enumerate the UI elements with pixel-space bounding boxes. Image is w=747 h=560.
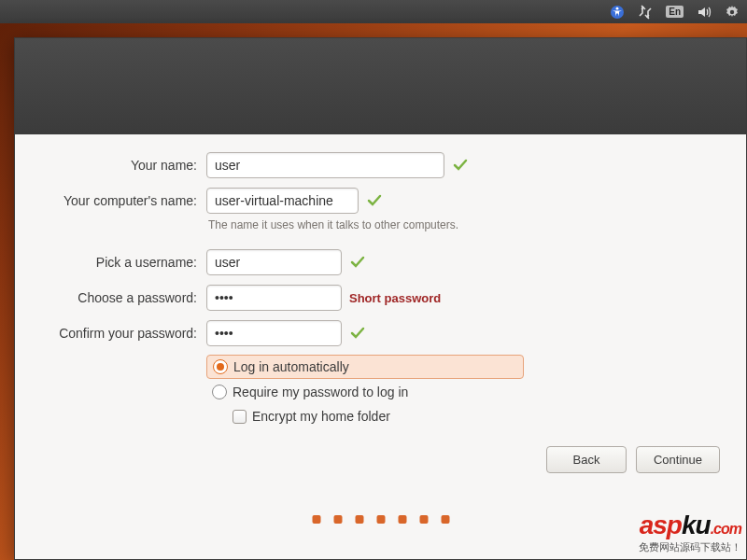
checkbox-icon xyxy=(233,410,247,424)
user-setup-form: Your name: Your computer's name: The nam… xyxy=(15,134,746,444)
username-input[interactable] xyxy=(206,249,342,275)
computer-name-hint: The name it uses when it talks to other … xyxy=(206,218,458,231)
checkmark-icon xyxy=(452,157,469,174)
confirm-password-input[interactable] xyxy=(206,320,342,346)
progress-dot xyxy=(312,515,320,524)
radio-require-password[interactable]: Require my password to log in xyxy=(206,381,524,403)
username-label: Pick a username: xyxy=(43,255,206,270)
accessibility-icon[interactable] xyxy=(610,5,625,20)
settings-gear-icon[interactable] xyxy=(725,5,740,20)
your-name-label: Your name: xyxy=(43,158,206,173)
checkbox-encrypt-home[interactable]: Encrypt my home folder xyxy=(227,405,524,427)
radio-icon xyxy=(213,359,228,374)
radio-login-automatically[interactable]: Log in automatically xyxy=(206,355,524,379)
computer-name-label: Your computer's name: xyxy=(43,193,206,208)
progress-dots xyxy=(312,515,449,524)
radio-label: Log in automatically xyxy=(233,359,349,374)
installer-window: Your name: Your computer's name: The nam… xyxy=(14,37,747,560)
progress-dot xyxy=(398,515,406,524)
progress-dot xyxy=(376,515,385,524)
computer-name-input[interactable] xyxy=(206,188,359,214)
password-strength-warning: Short password xyxy=(349,291,441,305)
password-input[interactable] xyxy=(206,285,342,311)
your-name-input[interactable] xyxy=(206,152,444,178)
checkmark-icon xyxy=(366,192,383,209)
volume-icon[interactable] xyxy=(697,5,712,20)
system-top-bar: En xyxy=(0,0,747,23)
svg-point-2 xyxy=(730,9,734,13)
checkbox-label: Encrypt my home folder xyxy=(252,409,390,424)
window-header xyxy=(15,38,746,134)
progress-dot xyxy=(419,515,428,524)
password-label: Choose a password: xyxy=(43,290,206,305)
checkmark-icon xyxy=(349,325,366,342)
checkmark-icon xyxy=(349,254,366,271)
progress-dot xyxy=(441,515,449,524)
back-button[interactable]: Back xyxy=(546,446,627,473)
continue-button[interactable]: Continue xyxy=(636,446,720,473)
progress-dot xyxy=(355,515,363,524)
progress-dot xyxy=(333,515,342,524)
keyboard-layout-indicator[interactable]: En xyxy=(666,6,684,18)
radio-icon xyxy=(212,385,227,399)
network-icon[interactable] xyxy=(638,5,653,20)
confirm-password-label: Confirm your password: xyxy=(43,326,206,341)
svg-point-1 xyxy=(616,7,619,9)
radio-label: Require my password to log in xyxy=(233,385,408,399)
wizard-button-bar: Back Continue xyxy=(546,446,720,473)
